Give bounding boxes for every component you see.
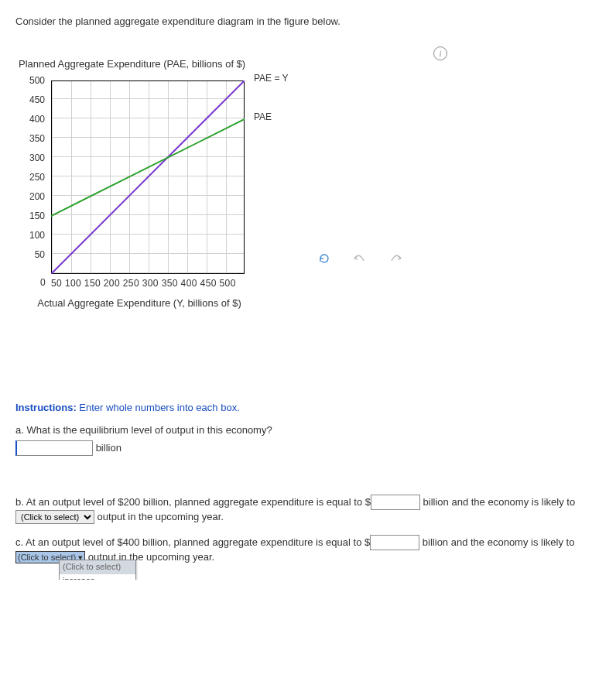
undo-icon[interactable] xyxy=(353,252,367,265)
label-pae: PAE xyxy=(254,111,272,122)
answer-b-input[interactable] xyxy=(371,495,420,510)
question-a: a. What is the equilibrium level of outp… xyxy=(15,424,601,456)
select-c-dropdown: (Click to select) increase decrease not … xyxy=(59,560,136,580)
select-b[interactable]: (Click to select) xyxy=(15,510,94,524)
y-tick: 100 xyxy=(22,230,45,241)
plot-box xyxy=(51,80,245,274)
y-tick: 400 xyxy=(22,114,45,125)
question-b: b. At an output level of $200 billion, p… xyxy=(15,495,601,524)
origin-label: 0 xyxy=(40,277,46,288)
answer-a-input[interactable] xyxy=(15,440,93,456)
y-tick: 500 xyxy=(22,75,45,86)
redo-icon[interactable] xyxy=(388,252,402,265)
question-intro: Consider the planned aggregate expenditu… xyxy=(15,15,601,27)
reset-icon[interactable] xyxy=(317,252,331,265)
dropdown-header: (Click to select) xyxy=(60,560,135,574)
y-tick: 350 xyxy=(22,133,45,144)
chart-plot-area: 500 450 400 350 300 250 200 150 100 50 P… xyxy=(43,73,306,282)
instructions-label: Instructions: xyxy=(15,402,77,413)
question-a-text: a. What is the equilibrium level of outp… xyxy=(15,424,601,436)
dropdown-option-increase[interactable]: increase xyxy=(60,574,135,580)
chart-x-axis-title: Actual Aggregate Expenditure (Y, billion… xyxy=(15,297,263,309)
label-pae-equals-y: PAE = Y xyxy=(254,73,289,84)
answer-c-input[interactable] xyxy=(370,535,419,550)
instructions: Instructions: Enter whole numbers into e… xyxy=(15,402,601,413)
y-tick: 150 xyxy=(22,211,45,221)
chart-toolbar xyxy=(317,252,402,265)
y-tick: 300 xyxy=(22,152,45,163)
question-c: c. At an output level of $400 billion, p… xyxy=(15,535,601,564)
chart-container: Planned Aggregate Expenditure (PAE, bill… xyxy=(15,58,601,309)
y-tick: 50 xyxy=(22,249,45,260)
chart-y-axis-title: Planned Aggregate Expenditure (PAE, bill… xyxy=(19,58,601,70)
y-tick: 200 xyxy=(22,191,45,202)
answer-a-unit: billion xyxy=(96,442,121,454)
y-tick: 250 xyxy=(22,172,45,183)
x-axis-ticks: 50 100 150 200 250 300 350 400 450 500 xyxy=(51,277,236,289)
y-tick: 450 xyxy=(22,94,45,105)
